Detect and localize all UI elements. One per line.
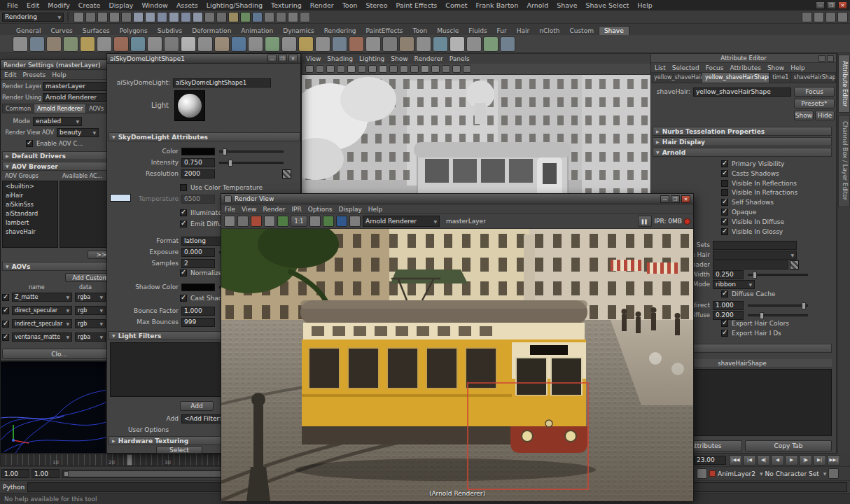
aov-group-item[interactable]: shaveHair [3,227,57,236]
status-line-icon[interactable] [74,12,84,22]
indirect-slider[interactable] [748,304,808,307]
mode-dropdown[interactable]: ribbon▼ [713,280,755,289]
render-view-tool-icon[interactable] [277,216,288,227]
viewport-toolbar-icon[interactable] [337,65,345,73]
menuset-dropdown[interactable]: Rendering ▼ [2,13,64,22]
close-icon[interactable]: ✕ [681,195,690,203]
shelf-tab[interactable]: General [11,27,46,35]
attribute-editor-tab[interactable]: shaveHairShap [791,73,836,83]
render-layer-dropdown[interactable]: masterLayer▼ [43,82,116,91]
shelf-tool-icon[interactable] [231,36,246,52]
aov-enabled-checkbox[interactable] [2,334,9,341]
shelf-tab[interactable]: Animation [236,27,278,35]
aov-name-dropdown[interactable]: indirect_specular▼ [12,319,72,328]
transport-button[interactable]: |◀ [743,455,756,465]
focus-button[interactable]: Focus [794,87,835,97]
panel-pin-icon[interactable] [827,55,834,62]
render-view-tool-icon[interactable] [264,216,275,227]
checkbox[interactable] [180,295,187,302]
menu-item[interactable]: Create [74,1,105,10]
aov-browser-section[interactable]: ▼ AOV Browser [2,162,117,171]
viewport-toolbar-icon[interactable] [326,65,335,73]
shelf-tool-icon[interactable] [147,36,162,52]
shelf-tool-icon[interactable] [315,36,330,52]
attribute-section-header[interactable]: ▶ Hair Display [653,137,832,146]
render-using-dropdown[interactable]: Arnold Renderer▼ [43,93,116,102]
shelf-tab[interactable]: Rendering [319,27,361,35]
status-line-icon[interactable] [216,12,227,22]
status-line-icon[interactable] [240,12,251,22]
render-view-tool-icon[interactable] [323,216,334,227]
samples-field[interactable]: 2 [181,259,215,268]
render-view-menu-item[interactable]: Options [308,206,333,213]
viewport-menu-item[interactable]: Shading [327,55,353,62]
range-start-field[interactable]: 1.00 [1,469,29,478]
add-filter-button[interactable]: Add [180,401,214,411]
exposure-field[interactable]: 0.000 [181,248,215,257]
shelf-tool-icon[interactable] [46,36,62,52]
presets-button[interactable]: Presets* [794,99,835,108]
menu-item[interactable]: Window [137,1,172,10]
viewport-toolbar-icon[interactable] [347,65,356,73]
shelf-tool-icon[interactable] [332,36,347,52]
anim-layer-selector[interactable]: AnimLayer2 ▼ [709,470,763,477]
shelf-tab[interactable]: Shave [599,26,629,35]
shelf-tool-icon[interactable] [416,36,431,52]
checkbox[interactable] [721,199,728,206]
viewport-toolbar-icon[interactable] [452,65,461,73]
aov-name-dropdown[interactable]: Z_matte▼ [12,293,72,302]
indirect-diffuse-field[interactable]: 0.200 [713,311,744,320]
shelf-tool-icon[interactable] [130,36,146,52]
attribute-section-header[interactable]: ▶ Nurbs Tesselation Properties [653,127,832,136]
shelf-tool-icon[interactable] [113,36,129,52]
aov-mode-dropdown[interactable]: enabled▼ [33,117,82,126]
skydome-node-field[interactable]: aiSkyDomeLightShape1 [173,78,271,88]
transport-button[interactable]: ◀ [771,455,784,465]
aov-group-item[interactable]: aiStandard [3,209,57,218]
range-inner-start-field[interactable]: 1.00 [32,469,60,478]
status-line-right-icon[interactable] [825,12,836,22]
transport-button[interactable]: ▶| [813,455,826,465]
aov-group-item[interactable]: aiSkinSss [3,200,57,209]
status-line-right-icon[interactable] [814,12,824,22]
status-line-icon[interactable] [145,12,155,22]
maximize-icon[interactable]: ❐ [827,1,836,9]
select-button[interactable]: Select [156,446,202,454]
aov-data-dropdown[interactable]: rgb▼ [75,306,106,315]
texture-map-button[interactable] [282,169,291,178]
shelf-tool-icon[interactable] [450,36,465,52]
viewport-toolbar-icon[interactable] [379,65,387,73]
render-view-menu-item[interactable]: Render [263,206,285,213]
viewport-menu-item[interactable]: Show [391,55,407,62]
render-view-tool-icon[interactable] [336,216,347,227]
show-button[interactable]: Show [794,111,814,120]
render-settings-menu-item[interactable]: Help [52,71,67,78]
close-icon[interactable]: ✕ [288,55,298,62]
set-key-icon[interactable] [697,468,707,479]
shelf-tool-icon[interactable] [382,36,398,52]
shelf-tab[interactable]: Surfaces [78,27,115,35]
menu-item[interactable]: Edit [22,1,43,10]
timeline-playhead[interactable] [127,454,132,465]
menu-item[interactable]: Toon [338,1,362,10]
status-line-icon[interactable] [109,12,120,22]
aov-enabled-checkbox[interactable] [2,307,9,314]
animation-preferences-icon[interactable] [828,468,839,479]
viewport-toolbar-icon[interactable] [358,65,366,73]
shelf-tab[interactable]: Toon [407,27,432,35]
aov-name-dropdown[interactable]: ventanas_matte▼ [12,332,72,342]
menu-item[interactable]: Arnold [522,1,552,10]
checkbox[interactable] [721,180,728,187]
status-line-right-icon[interactable] [802,12,812,22]
color-slider[interactable] [219,150,284,153]
render-view-tool-icon[interactable] [251,216,262,227]
status-line-icon[interactable] [133,12,144,22]
checkbox[interactable] [721,189,728,196]
viewport-toolbar-icon[interactable] [368,65,377,73]
checkbox[interactable] [721,330,728,337]
skydome-attributes-section[interactable]: ▼ SkyDomeLight Attributes [109,132,300,141]
bounce-factor-field[interactable]: 1.000 [181,307,215,316]
checkbox[interactable] [26,140,33,147]
transport-button[interactable]: |▶ [799,455,812,465]
viewport-toolbar-icon[interactable] [431,65,440,73]
